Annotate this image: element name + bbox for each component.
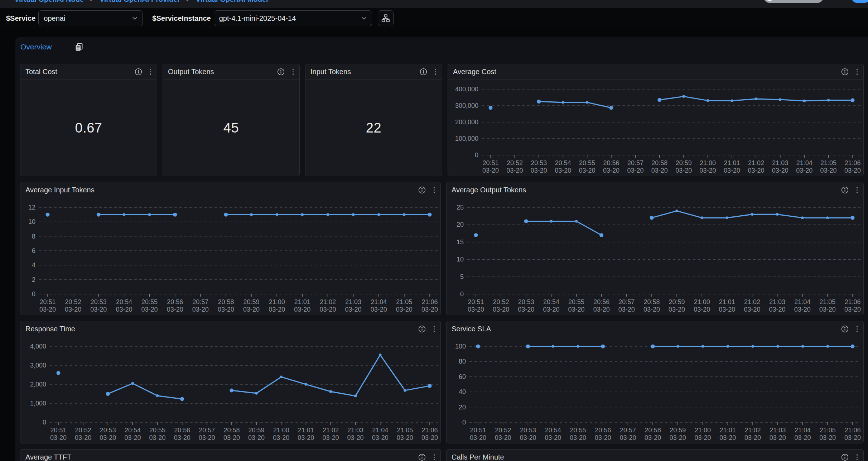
kebab-menu-icon[interactable] (433, 186, 436, 194)
panel-row-2: Average Input Tokens 02468101220:5103-20… (20, 182, 864, 315)
kebab-menu-icon[interactable] (433, 325, 436, 333)
svg-text:21:05: 21:05 (396, 298, 412, 306)
svg-text:20:56: 20:56 (593, 298, 609, 306)
svg-text:20:56: 20:56 (174, 427, 190, 434)
kebab-menu-icon[interactable] (149, 68, 152, 76)
svg-text:03-20: 03-20 (347, 434, 364, 441)
service-variable-label: $Service (6, 14, 35, 23)
svg-text:15: 15 (457, 239, 464, 246)
info-icon[interactable] (135, 68, 142, 76)
kebab-menu-icon[interactable] (856, 68, 859, 76)
svg-text:21:00: 21:00 (694, 298, 710, 306)
panel-title: Output Tokens (168, 68, 214, 76)
svg-text:03-20: 03-20 (744, 434, 761, 441)
panel-output-tokens: Output Tokens 45 (163, 64, 300, 176)
svg-text:03-20: 03-20 (819, 306, 836, 313)
svg-text:03-20: 03-20 (844, 306, 861, 313)
kebab-menu-icon[interactable] (433, 453, 436, 461)
svg-text:03-20: 03-20 (298, 434, 314, 441)
breadcrumb-link-node[interactable]: Virtual OpenAI Node (14, 0, 84, 4)
info-icon[interactable] (418, 186, 426, 194)
svg-text:03-20: 03-20 (506, 167, 523, 174)
breadcrumb-link-model[interactable]: Virtual OpenAI Model (196, 0, 268, 4)
service-instance-select-value: gpt-4.1-mini-2025-04-14 (219, 14, 296, 23)
svg-text:20:57: 20:57 (618, 298, 635, 306)
chevron-down-icon (361, 16, 367, 20)
svg-text:21:04: 21:04 (795, 427, 811, 434)
svg-text:03-20: 03-20 (75, 434, 91, 441)
info-icon[interactable] (277, 68, 285, 76)
svg-text:20:53: 20:53 (91, 298, 107, 306)
service-select[interactable]: openai (38, 10, 143, 26)
svg-text:03-20: 03-20 (670, 434, 686, 441)
svg-text:03-20: 03-20 (819, 434, 836, 441)
panel-average-ttft: Average TTFT (20, 449, 441, 461)
svg-text:5: 5 (460, 273, 464, 280)
svg-text:03-20: 03-20 (555, 167, 571, 174)
svg-text:20:54: 20:54 (543, 298, 559, 306)
svg-text:03-20: 03-20 (595, 434, 611, 441)
svg-text:20: 20 (457, 221, 464, 228)
info-icon[interactable] (420, 68, 427, 76)
kebab-menu-icon[interactable] (434, 68, 437, 76)
svg-text:21:00: 21:00 (273, 427, 289, 434)
svg-text:4,000: 4,000 (30, 343, 46, 350)
panel-title: Average Output Tokens (452, 186, 526, 194)
svg-text:03-20: 03-20 (593, 306, 610, 313)
svg-text:03-20: 03-20 (39, 306, 56, 313)
svg-text:03-20: 03-20 (124, 434, 141, 441)
breadcrumb: Virtual OpenAI Node > Virtual OpenAI Pro… (14, 0, 868, 4)
tab-row: Overview (15, 37, 868, 57)
service-instance-select[interactable]: gpt-4.1-mini-2025-04-14 (214, 10, 372, 26)
tab-overview[interactable]: Overview (20, 43, 52, 51)
panel-total-cost: Total Cost 0.67 (20, 64, 157, 176)
topology-view-button[interactable] (378, 10, 394, 26)
kebab-menu-icon[interactable] (856, 325, 859, 333)
info-icon[interactable] (841, 68, 849, 76)
svg-text:03-20: 03-20 (273, 434, 289, 441)
info-icon[interactable] (841, 453, 849, 461)
panel-service-sla: Service SLA 02040608010020:5103-2020:520… (446, 321, 864, 443)
svg-text:21:02: 21:02 (323, 427, 339, 434)
svg-text:21:05: 21:05 (820, 159, 836, 167)
breadcrumb-link-provider[interactable]: Virtual OpenAI Provider (100, 0, 180, 4)
svg-text:21:01: 21:01 (724, 159, 740, 167)
svg-text:03-20: 03-20 (719, 434, 736, 441)
average-input-tokens-chart: 02468101220:5103-2020:5203-2020:5303-202… (20, 198, 440, 315)
svg-text:21:00: 21:00 (700, 159, 716, 167)
svg-text:20:55: 20:55 (149, 427, 165, 434)
svg-text:03-20: 03-20 (141, 306, 158, 313)
svg-text:03-20: 03-20 (675, 167, 692, 174)
svg-text:03-20: 03-20 (345, 306, 362, 313)
svg-text:20:54: 20:54 (545, 427, 561, 434)
info-icon[interactable] (418, 453, 426, 461)
panel-row-1: Total Cost 0.67 Output Tokens (20, 64, 864, 176)
kebab-menu-icon[interactable] (856, 453, 859, 461)
kebab-menu-icon[interactable] (856, 186, 859, 194)
svg-text:03-20: 03-20 (570, 434, 586, 441)
top-bar: Virtual OpenAI Node > Virtual OpenAI Pro… (0, 0, 868, 8)
svg-text:03-20: 03-20 (470, 434, 486, 441)
svg-text:03-20: 03-20 (619, 434, 636, 441)
svg-text:20:56: 20:56 (167, 298, 183, 306)
svg-text:03-20: 03-20 (495, 434, 511, 441)
svg-text:0: 0 (460, 290, 464, 298)
svg-text:21:02: 21:02 (320, 298, 336, 306)
copy-dashboard-button[interactable] (74, 42, 84, 52)
svg-text:21:01: 21:01 (720, 427, 736, 434)
kebab-menu-icon[interactable] (292, 68, 295, 76)
svg-text:03-20: 03-20 (65, 306, 81, 313)
svg-text:10: 10 (28, 218, 35, 225)
svg-text:20:53: 20:53 (531, 159, 547, 167)
clipped-toggle-button[interactable] (763, 0, 824, 3)
svg-text:20:52: 20:52 (493, 298, 509, 306)
info-icon[interactable] (841, 325, 849, 333)
info-icon[interactable] (841, 186, 849, 194)
svg-text:03-20: 03-20 (568, 306, 585, 313)
info-icon[interactable] (418, 325, 426, 333)
panel-header: Output Tokens (163, 64, 299, 80)
panel-title: Service SLA (452, 325, 491, 333)
svg-text:8: 8 (32, 233, 35, 240)
panels-grid: Total Cost 0.67 Output Tokens (15, 57, 868, 461)
panel-header: Input Tokens (305, 64, 442, 80)
